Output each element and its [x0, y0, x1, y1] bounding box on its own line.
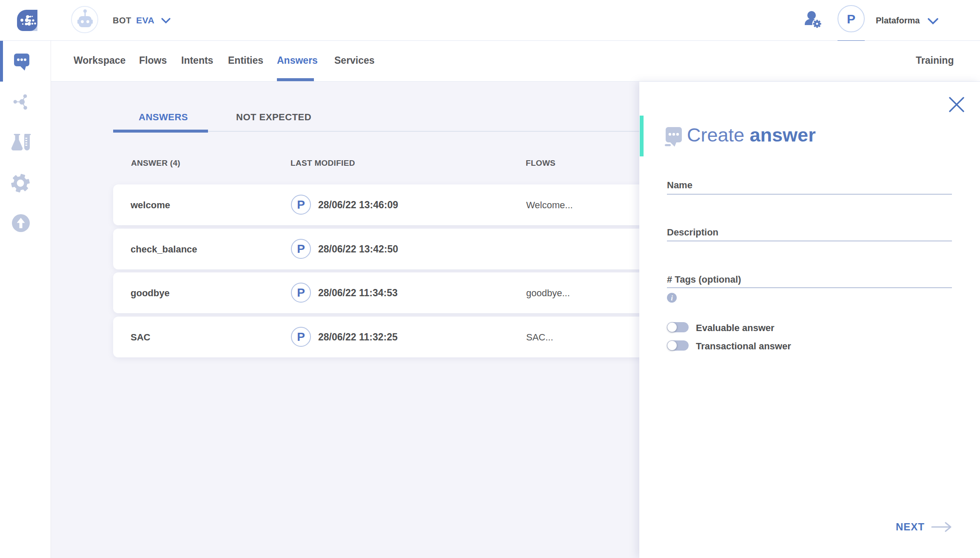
- svg-text:i: i: [671, 294, 673, 302]
